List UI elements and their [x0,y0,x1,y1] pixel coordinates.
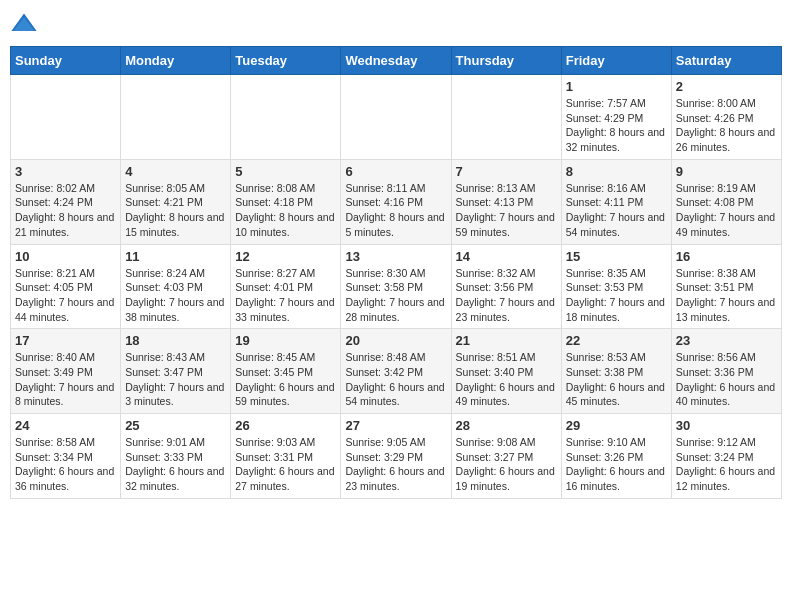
day-info: Sunrise: 8:24 AM Sunset: 4:03 PM Dayligh… [125,266,226,325]
day-cell: 24Sunrise: 8:58 AM Sunset: 3:34 PM Dayli… [11,414,121,499]
day-cell: 25Sunrise: 9:01 AM Sunset: 3:33 PM Dayli… [121,414,231,499]
day-cell: 4Sunrise: 8:05 AM Sunset: 4:21 PM Daylig… [121,159,231,244]
day-info: Sunrise: 8:13 AM Sunset: 4:13 PM Dayligh… [456,181,557,240]
day-number: 18 [125,333,226,348]
day-cell: 1Sunrise: 7:57 AM Sunset: 4:29 PM Daylig… [561,75,671,160]
day-info: Sunrise: 9:12 AM Sunset: 3:24 PM Dayligh… [676,435,777,494]
weekday-thursday: Thursday [451,47,561,75]
day-number: 17 [15,333,116,348]
day-number: 14 [456,249,557,264]
day-info: Sunrise: 8:30 AM Sunset: 3:58 PM Dayligh… [345,266,446,325]
day-number: 21 [456,333,557,348]
day-info: Sunrise: 8:32 AM Sunset: 3:56 PM Dayligh… [456,266,557,325]
day-cell: 21Sunrise: 8:51 AM Sunset: 3:40 PM Dayli… [451,329,561,414]
calendar-body: 1Sunrise: 7:57 AM Sunset: 4:29 PM Daylig… [11,75,782,499]
day-cell: 6Sunrise: 8:11 AM Sunset: 4:16 PM Daylig… [341,159,451,244]
logo-icon [10,10,38,38]
day-number: 3 [15,164,116,179]
day-number: 11 [125,249,226,264]
day-number: 30 [676,418,777,433]
week-row-1: 1Sunrise: 7:57 AM Sunset: 4:29 PM Daylig… [11,75,782,160]
day-number: 2 [676,79,777,94]
day-info: Sunrise: 8:40 AM Sunset: 3:49 PM Dayligh… [15,350,116,409]
weekday-tuesday: Tuesday [231,47,341,75]
day-info: Sunrise: 7:57 AM Sunset: 4:29 PM Dayligh… [566,96,667,155]
day-cell: 18Sunrise: 8:43 AM Sunset: 3:47 PM Dayli… [121,329,231,414]
page-header [10,10,782,38]
weekday-sunday: Sunday [11,47,121,75]
day-cell: 19Sunrise: 8:45 AM Sunset: 3:45 PM Dayli… [231,329,341,414]
day-cell [11,75,121,160]
day-info: Sunrise: 8:21 AM Sunset: 4:05 PM Dayligh… [15,266,116,325]
day-number: 5 [235,164,336,179]
day-cell [341,75,451,160]
week-row-2: 3Sunrise: 8:02 AM Sunset: 4:24 PM Daylig… [11,159,782,244]
day-number: 9 [676,164,777,179]
day-info: Sunrise: 8:00 AM Sunset: 4:26 PM Dayligh… [676,96,777,155]
day-number: 6 [345,164,446,179]
day-cell: 27Sunrise: 9:05 AM Sunset: 3:29 PM Dayli… [341,414,451,499]
weekday-row: SundayMondayTuesdayWednesdayThursdayFrid… [11,47,782,75]
day-number: 20 [345,333,446,348]
day-info: Sunrise: 8:53 AM Sunset: 3:38 PM Dayligh… [566,350,667,409]
day-cell: 14Sunrise: 8:32 AM Sunset: 3:56 PM Dayli… [451,244,561,329]
day-info: Sunrise: 8:45 AM Sunset: 3:45 PM Dayligh… [235,350,336,409]
day-cell: 22Sunrise: 8:53 AM Sunset: 3:38 PM Dayli… [561,329,671,414]
day-cell: 7Sunrise: 8:13 AM Sunset: 4:13 PM Daylig… [451,159,561,244]
day-number: 23 [676,333,777,348]
day-number: 13 [345,249,446,264]
day-info: Sunrise: 8:38 AM Sunset: 3:51 PM Dayligh… [676,266,777,325]
day-number: 19 [235,333,336,348]
day-cell: 29Sunrise: 9:10 AM Sunset: 3:26 PM Dayli… [561,414,671,499]
day-info: Sunrise: 8:05 AM Sunset: 4:21 PM Dayligh… [125,181,226,240]
day-info: Sunrise: 8:27 AM Sunset: 4:01 PM Dayligh… [235,266,336,325]
weekday-wednesday: Wednesday [341,47,451,75]
day-info: Sunrise: 8:43 AM Sunset: 3:47 PM Dayligh… [125,350,226,409]
day-info: Sunrise: 9:03 AM Sunset: 3:31 PM Dayligh… [235,435,336,494]
day-info: Sunrise: 8:11 AM Sunset: 4:16 PM Dayligh… [345,181,446,240]
day-number: 22 [566,333,667,348]
weekday-friday: Friday [561,47,671,75]
day-cell: 3Sunrise: 8:02 AM Sunset: 4:24 PM Daylig… [11,159,121,244]
day-info: Sunrise: 8:35 AM Sunset: 3:53 PM Dayligh… [566,266,667,325]
day-number: 27 [345,418,446,433]
day-number: 4 [125,164,226,179]
day-cell: 15Sunrise: 8:35 AM Sunset: 3:53 PM Dayli… [561,244,671,329]
day-number: 28 [456,418,557,433]
day-info: Sunrise: 8:56 AM Sunset: 3:36 PM Dayligh… [676,350,777,409]
day-info: Sunrise: 8:08 AM Sunset: 4:18 PM Dayligh… [235,181,336,240]
day-cell: 10Sunrise: 8:21 AM Sunset: 4:05 PM Dayli… [11,244,121,329]
day-cell [231,75,341,160]
day-number: 29 [566,418,667,433]
logo [10,10,42,38]
day-number: 1 [566,79,667,94]
day-cell: 26Sunrise: 9:03 AM Sunset: 3:31 PM Dayli… [231,414,341,499]
day-info: Sunrise: 9:01 AM Sunset: 3:33 PM Dayligh… [125,435,226,494]
day-cell: 11Sunrise: 8:24 AM Sunset: 4:03 PM Dayli… [121,244,231,329]
day-cell: 20Sunrise: 8:48 AM Sunset: 3:42 PM Dayli… [341,329,451,414]
week-row-5: 24Sunrise: 8:58 AM Sunset: 3:34 PM Dayli… [11,414,782,499]
calendar-header: SundayMondayTuesdayWednesdayThursdayFrid… [11,47,782,75]
day-number: 10 [15,249,116,264]
day-info: Sunrise: 8:58 AM Sunset: 3:34 PM Dayligh… [15,435,116,494]
weekday-saturday: Saturday [671,47,781,75]
day-cell: 2Sunrise: 8:00 AM Sunset: 4:26 PM Daylig… [671,75,781,160]
day-cell: 16Sunrise: 8:38 AM Sunset: 3:51 PM Dayli… [671,244,781,329]
week-row-4: 17Sunrise: 8:40 AM Sunset: 3:49 PM Dayli… [11,329,782,414]
week-row-3: 10Sunrise: 8:21 AM Sunset: 4:05 PM Dayli… [11,244,782,329]
day-number: 8 [566,164,667,179]
day-cell [121,75,231,160]
calendar-table: SundayMondayTuesdayWednesdayThursdayFrid… [10,46,782,499]
day-info: Sunrise: 8:51 AM Sunset: 3:40 PM Dayligh… [456,350,557,409]
day-number: 15 [566,249,667,264]
day-info: Sunrise: 9:08 AM Sunset: 3:27 PM Dayligh… [456,435,557,494]
day-cell: 5Sunrise: 8:08 AM Sunset: 4:18 PM Daylig… [231,159,341,244]
day-cell: 9Sunrise: 8:19 AM Sunset: 4:08 PM Daylig… [671,159,781,244]
day-cell: 17Sunrise: 8:40 AM Sunset: 3:49 PM Dayli… [11,329,121,414]
day-number: 25 [125,418,226,433]
day-cell: 8Sunrise: 8:16 AM Sunset: 4:11 PM Daylig… [561,159,671,244]
day-info: Sunrise: 9:05 AM Sunset: 3:29 PM Dayligh… [345,435,446,494]
day-info: Sunrise: 8:16 AM Sunset: 4:11 PM Dayligh… [566,181,667,240]
day-cell [451,75,561,160]
day-number: 7 [456,164,557,179]
